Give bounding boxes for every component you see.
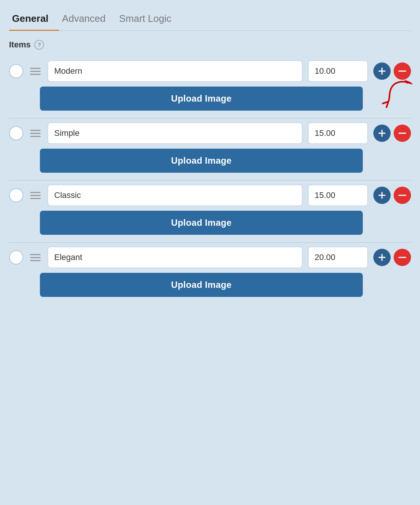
upload-image-button-4[interactable]: Upload Image: [40, 273, 363, 297]
item-price-input-3[interactable]: [308, 184, 368, 206]
tab-advanced[interactable]: Advanced: [59, 8, 116, 30]
item-price-input-1[interactable]: [308, 60, 368, 82]
add-item-button-4[interactable]: [373, 249, 391, 266]
item-name-input-4[interactable]: [47, 246, 303, 268]
page-container: General Advanced Smart Logic Items ? Upl…: [0, 0, 420, 505]
remove-item-button-2[interactable]: [394, 125, 411, 142]
section-label: Items ?: [9, 40, 411, 50]
drag-handle-3[interactable]: [29, 190, 42, 201]
tab-general[interactable]: General: [9, 8, 59, 30]
drag-handle-4[interactable]: [29, 252, 42, 263]
upload-area-3: Upload Image: [9, 211, 411, 239]
upload-area-2: Upload Image: [9, 149, 411, 176]
list-item: Upload Image: [9, 118, 411, 180]
add-item-button-1[interactable]: [373, 62, 391, 80]
list-item: Upload Image: [9, 56, 411, 118]
upload-area-4: Upload Image: [9, 273, 411, 301]
help-icon[interactable]: ?: [34, 40, 44, 50]
drag-handle-1[interactable]: [29, 66, 42, 76]
tab-smart-logic[interactable]: Smart Logic: [116, 8, 182, 30]
item-radio-1[interactable]: [9, 64, 23, 78]
remove-item-button-1[interactable]: [394, 62, 411, 80]
item-name-input-3[interactable]: [47, 184, 303, 206]
item-name-input-1[interactable]: [47, 60, 303, 82]
drag-handle-2[interactable]: [29, 128, 42, 138]
upload-image-button-1[interactable]: Upload Image: [40, 87, 363, 111]
item-radio-2[interactable]: [9, 126, 23, 140]
upload-image-button-3[interactable]: Upload Image: [40, 211, 363, 235]
item-radio-3[interactable]: [9, 188, 23, 202]
item-price-input-2[interactable]: [308, 122, 368, 144]
remove-item-button-3[interactable]: [394, 187, 411, 204]
upload-area-1: Upload Image: [9, 87, 411, 114]
upload-image-button-2[interactable]: Upload Image: [40, 149, 363, 173]
tab-bar: General Advanced Smart Logic: [9, 8, 411, 31]
item-name-input-2[interactable]: [47, 122, 303, 144]
add-item-button-3[interactable]: [373, 187, 391, 204]
list-item: Upload Image: [9, 180, 411, 242]
remove-item-button-4[interactable]: [394, 249, 411, 266]
items-list: Upload Image Upload ImageUpload ImageUpl…: [9, 56, 411, 304]
add-item-button-2[interactable]: [373, 125, 391, 142]
list-item: Upload Image: [9, 242, 411, 304]
item-radio-4[interactable]: [9, 250, 23, 265]
item-price-input-4[interactable]: [308, 246, 368, 268]
